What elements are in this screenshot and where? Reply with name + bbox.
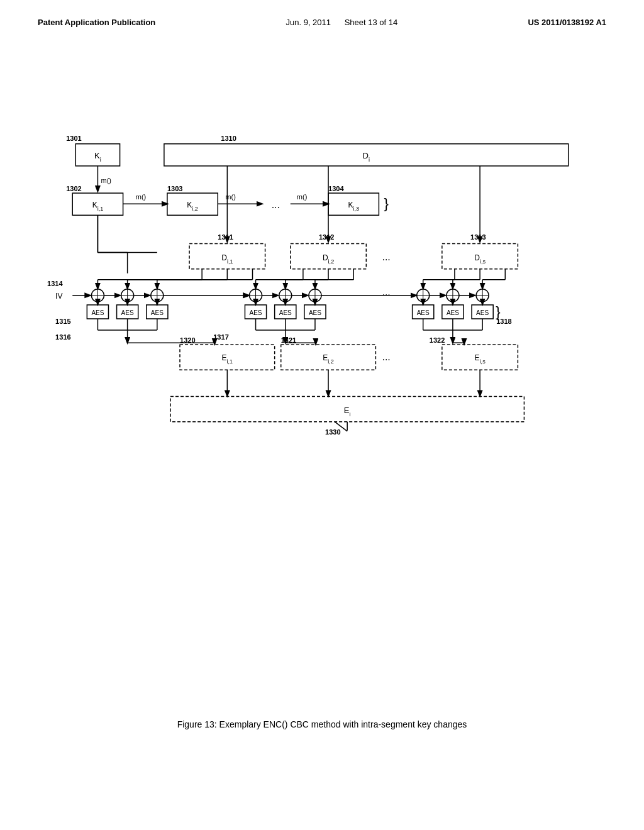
svg-rect-166 xyxy=(442,345,518,370)
diagram-area: Ki 1301 Di 1310 m() Ki,1 1302 m() Ki,2 1… xyxy=(38,101,606,541)
svg-text:1313: 1313 xyxy=(470,233,486,241)
svg-text:...: ... xyxy=(382,351,390,362)
svg-text:m(): m() xyxy=(136,193,147,201)
svg-text:...: ... xyxy=(272,199,280,210)
svg-text:Ki,1: Ki,1 xyxy=(92,201,104,212)
svg-text:1315: 1315 xyxy=(55,318,71,325)
svg-text:1312: 1312 xyxy=(319,233,335,241)
svg-text:AES: AES xyxy=(417,309,430,316)
header: Patent Application Publication Jun. 9, 2… xyxy=(0,0,644,27)
svg-text:AES: AES xyxy=(309,309,321,316)
svg-text:1311: 1311 xyxy=(218,233,233,241)
svg-text:}: } xyxy=(496,304,500,319)
figure-caption: Figure 13: Exemplary ENC() CBC method wi… xyxy=(0,719,644,729)
svg-text:1314: 1314 xyxy=(47,280,63,287)
svg-text:1322: 1322 xyxy=(430,336,445,344)
svg-text:m(): m() xyxy=(297,193,308,201)
svg-rect-123 xyxy=(281,345,376,370)
svg-text:m(): m() xyxy=(101,177,111,184)
svg-rect-36 xyxy=(442,243,518,268)
svg-text:1317: 1317 xyxy=(213,333,229,341)
page: Patent Application Publication Jun. 9, 2… xyxy=(0,0,644,830)
svg-rect-33 xyxy=(291,243,367,268)
svg-text:AES: AES xyxy=(151,309,164,316)
svg-text:Ki,2: Ki,2 xyxy=(187,201,198,212)
svg-text:1304: 1304 xyxy=(328,185,344,192)
svg-rect-82 xyxy=(180,345,275,370)
header-center: Jun. 9, 2011 Sheet 13 of 14 xyxy=(286,18,397,27)
svg-text:AES: AES xyxy=(91,309,104,316)
svg-text:1310: 1310 xyxy=(221,135,236,142)
svg-text:IV: IV xyxy=(55,292,62,301)
svg-text:1302: 1302 xyxy=(66,185,82,192)
svg-text:Ki: Ki xyxy=(94,151,101,163)
svg-text:1301: 1301 xyxy=(66,135,82,142)
svg-text:AES: AES xyxy=(476,309,489,316)
svg-text:AES: AES xyxy=(447,309,459,316)
svg-text:Di,2: Di,2 xyxy=(323,253,334,265)
svg-text:Ei,1: Ei,1 xyxy=(222,353,233,365)
diagram-svg: Ki 1301 Di 1310 m() Ki,1 1302 m() Ki,2 1… xyxy=(38,101,606,541)
svg-text:}: } xyxy=(384,196,388,211)
svg-text:AES: AES xyxy=(121,309,134,316)
svg-text:Ki,3: Ki,3 xyxy=(348,201,359,212)
svg-text:Di,s: Di,s xyxy=(474,253,486,265)
sheet-number: Sheet 13 of 14 xyxy=(345,18,398,27)
svg-text:Di,1: Di,1 xyxy=(221,253,233,265)
svg-text:1330: 1330 xyxy=(325,428,341,436)
svg-text:Ei,2: Ei,2 xyxy=(323,353,334,365)
header-right: US 2011/0138192 A1 xyxy=(528,18,606,27)
svg-text:Ei,s: Ei,s xyxy=(475,353,486,365)
svg-text:1316: 1316 xyxy=(55,333,71,341)
svg-text:...: ... xyxy=(382,251,390,262)
header-left: Patent Application Publication xyxy=(38,18,155,27)
svg-text:AES: AES xyxy=(249,309,262,316)
svg-text:Di: Di xyxy=(363,151,370,163)
svg-text:1303: 1303 xyxy=(167,185,183,192)
svg-rect-31 xyxy=(189,243,265,268)
svg-text:Ei: Ei xyxy=(344,406,351,418)
svg-text:AES: AES xyxy=(279,309,292,316)
